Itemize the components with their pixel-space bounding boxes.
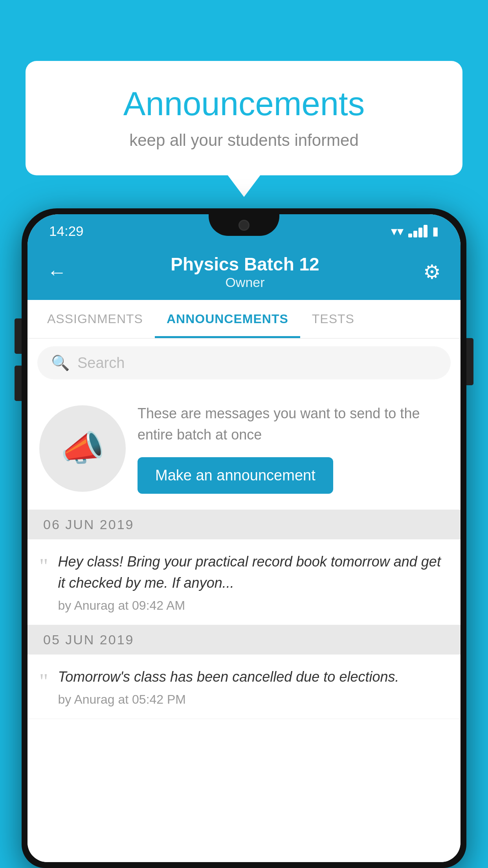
quote-icon-1: " — [39, 555, 48, 577]
announcement-item-1: " Hey class! Bring your practical record… — [28, 539, 460, 625]
back-button[interactable]: ← — [47, 261, 67, 283]
phone-screen: 14:29 ▾▾ ▮ ← Physics Batch 12 — [28, 214, 460, 862]
phone-notch — [209, 214, 279, 236]
tab-bar: ASSIGNMENTS ANNOUNCEMENTS TESTS — [28, 300, 460, 338]
signal-bar-4 — [424, 225, 427, 237]
battery-icon: ▮ — [432, 224, 439, 238]
power-button — [466, 338, 473, 385]
promo-content: These are messages you want to send to t… — [138, 403, 449, 494]
search-bar[interactable]: 🔍 Search — [37, 346, 451, 379]
speech-bubble-container: Announcements keep all your students inf… — [26, 61, 462, 175]
volume-down-button — [15, 366, 22, 401]
announcement-content-2: Tomorrow's class has been cancelled due … — [58, 666, 449, 707]
date-separator-1: 06 JUN 2019 — [28, 510, 460, 539]
search-placeholder-text: Search — [77, 355, 125, 371]
tab-tests[interactable]: TESTS — [300, 300, 366, 338]
announcement-item-2: " Tomorrow's class has been cancelled du… — [28, 655, 460, 719]
announcement-content-1: Hey class! Bring your practical record b… — [58, 551, 449, 613]
make-announcement-button[interactable]: Make an announcement — [138, 457, 333, 494]
app-header: ← Physics Batch 12 Owner ⚙ — [28, 244, 460, 300]
speech-bubble-title: Announcements — [57, 85, 431, 123]
camera-dot — [238, 220, 250, 231]
content-area: 🔍 Search 📣 These are messages you want t… — [28, 338, 460, 862]
announcement-author-1: by Anurag at 09:42 AM — [58, 598, 449, 613]
header-title-container: Physics Batch 12 Owner — [67, 254, 423, 290]
megaphone-icon: 📣 — [61, 428, 105, 469]
settings-icon[interactable]: ⚙ — [423, 261, 441, 283]
phone-inner: 14:29 ▾▾ ▮ ← Physics Batch 12 — [28, 214, 460, 862]
announcement-text-2: Tomorrow's class has been cancelled due … — [58, 666, 449, 688]
signal-bar-2 — [413, 231, 417, 237]
volume-up-button — [15, 318, 22, 354]
status-time: 14:29 — [49, 223, 84, 239]
speech-bubble: Announcements keep all your students inf… — [26, 61, 462, 175]
phone-frame: 14:29 ▾▾ ▮ ← Physics Batch 12 — [22, 208, 466, 868]
signal-bar-1 — [408, 234, 412, 237]
status-icons: ▾▾ ▮ — [391, 224, 439, 239]
tab-assignments[interactable]: ASSIGNMENTS — [35, 300, 155, 338]
announcement-text-1: Hey class! Bring your practical record b… — [58, 551, 449, 594]
quote-icon-2: " — [39, 670, 48, 692]
promo-description: These are messages you want to send to t… — [138, 403, 449, 445]
speech-bubble-subtitle: keep all your students informed — [57, 131, 431, 150]
promo-icon-circle: 📣 — [39, 405, 126, 492]
header-title: Physics Batch 12 — [67, 254, 423, 275]
promo-card: 📣 These are messages you want to send to… — [28, 387, 460, 510]
search-bar-container: 🔍 Search — [28, 338, 460, 387]
announcement-author-2: by Anurag at 05:42 PM — [58, 692, 449, 707]
search-icon: 🔍 — [51, 354, 70, 371]
wifi-icon: ▾▾ — [391, 224, 404, 239]
header-subtitle: Owner — [67, 275, 423, 290]
signal-bars — [408, 225, 427, 237]
date-separator-2: 05 JUN 2019 — [28, 625, 460, 655]
signal-bar-3 — [418, 228, 422, 237]
tab-announcements[interactable]: ANNOUNCEMENTS — [155, 300, 300, 338]
